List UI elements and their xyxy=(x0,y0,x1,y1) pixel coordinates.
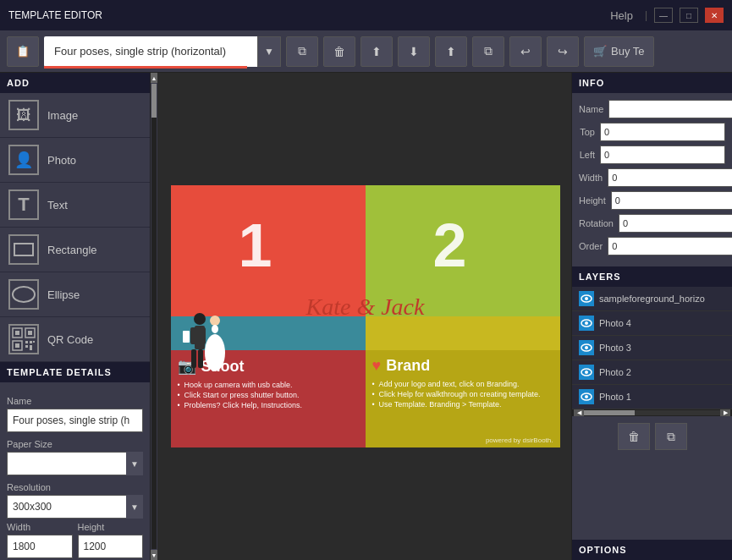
redo-button[interactable]: ↪ xyxy=(547,36,579,67)
shoot-bullet-2: Click Start or press shutter button. xyxy=(178,391,359,399)
svg-point-1 xyxy=(13,287,35,302)
title-bar: TEMPLATE EDITOR Help | — □ ✕ xyxy=(0,0,732,30)
resolution-wrapper: 300x300 ▼ xyxy=(7,495,143,519)
layer-visibility-photo4[interactable] xyxy=(579,316,594,331)
resolution-label: Resolution xyxy=(7,482,143,492)
ellipse-icon xyxy=(8,279,39,310)
layer-visibility-photo1[interactable] xyxy=(579,389,594,404)
svg-point-30 xyxy=(585,371,588,374)
right-panel: INFO Name Top Left Width Height xyxy=(571,73,732,560)
list-item[interactable]: Photo 2 xyxy=(572,360,732,385)
template-icon-button[interactable]: 📋 xyxy=(7,36,39,67)
info-rotation-label: Rotation xyxy=(579,218,619,228)
svg-rect-11 xyxy=(30,345,32,350)
add-text-button[interactable]: T Text xyxy=(0,183,150,228)
add-section-header: ADD xyxy=(0,73,150,93)
list-item[interactable]: Photo 1 xyxy=(572,385,732,409)
layer-visibility-photo2[interactable] xyxy=(579,365,594,380)
add-photo-button[interactable]: 👤 Photo xyxy=(0,138,150,183)
canvas-number-2: 2 xyxy=(433,211,467,280)
width-input[interactable] xyxy=(7,535,73,558)
close-button[interactable]: ✕ xyxy=(705,8,724,23)
info-top-input[interactable] xyxy=(600,123,725,141)
add-image-button[interactable]: 🖼 Image xyxy=(0,93,150,138)
layers-scroll-right[interactable]: ▶ xyxy=(720,409,730,416)
copy-layer-button[interactable]: ⧉ xyxy=(655,423,687,450)
maximize-button[interactable]: □ xyxy=(680,8,698,23)
svg-rect-18 xyxy=(200,327,206,344)
delete-template-button[interactable]: 🗑 xyxy=(323,36,355,67)
paper-size-select[interactable] xyxy=(7,452,143,475)
template-select[interactable]: Four poses, single strip (horizontal) xyxy=(44,36,281,67)
photo-icon: 👤 xyxy=(8,145,39,175)
svg-point-24 xyxy=(585,297,588,300)
add-text-label: Text xyxy=(47,199,68,211)
paper-size-label: Paper Size xyxy=(7,439,143,449)
help-button[interactable]: Help xyxy=(605,8,638,24)
info-top-row: Top xyxy=(579,123,725,141)
layers-scrollbar[interactable]: ◀ ▶ xyxy=(572,409,732,416)
info-width-row: Width xyxy=(579,168,725,187)
list-item[interactable]: Photo 4 xyxy=(572,311,732,336)
info-width-input[interactable] xyxy=(608,168,732,187)
heart-icon: ♥ xyxy=(372,357,382,375)
svg-point-32 xyxy=(585,395,588,398)
undo-button[interactable]: ↩ xyxy=(509,36,542,67)
template-details-section: Name Paper Size ▼ Resolution 300x300 ▼ W… xyxy=(0,382,150,560)
scroll-thumb xyxy=(151,84,157,118)
canvas-kate-jack: Kate & Jack xyxy=(222,294,509,321)
info-rotation-input[interactable] xyxy=(619,214,732,233)
svg-rect-15 xyxy=(191,349,196,368)
name-field[interactable] xyxy=(7,409,143,432)
toolbar: 📋 Four poses, single strip (horizontal) … xyxy=(0,30,732,73)
bride-groom-figure xyxy=(183,310,234,387)
resolution-select[interactable]: 300x300 xyxy=(7,495,143,519)
layers-list: sampleforeground_horizo Photo 4 Photo 3 xyxy=(572,287,732,409)
add-qrcode-label: QR Code xyxy=(47,333,93,346)
svg-point-26 xyxy=(585,321,588,325)
add-image-label: Image xyxy=(47,109,78,122)
list-item[interactable]: sampleforeground_horizo xyxy=(572,287,732,311)
layers-section: sampleforeground_horizo Photo 4 Photo 3 xyxy=(572,287,732,540)
info-order-input[interactable] xyxy=(608,237,732,255)
layers-scroll-left[interactable]: ◀ xyxy=(574,409,584,416)
canvas-area: ▲ ▼ 1 2 Kate & Jack xyxy=(151,73,571,560)
scroll-track xyxy=(151,84,157,549)
width-col: Width xyxy=(7,522,73,558)
add-qrcode-button[interactable]: QR Code xyxy=(0,317,150,362)
delete-layer-button[interactable]: 🗑 xyxy=(618,423,650,450)
info-name-input[interactable] xyxy=(608,100,732,118)
add-photo-label: Photo xyxy=(47,154,76,167)
layer-visibility-photo3[interactable] xyxy=(579,340,594,355)
vertical-scrollbar[interactable]: ▲ ▼ xyxy=(151,73,157,560)
import-button[interactable]: ⬆ xyxy=(360,36,393,67)
add-rectangle-button[interactable]: Rectangle xyxy=(0,228,150,272)
minimize-button[interactable]: — xyxy=(654,8,673,23)
buy-button[interactable]: 🛒 Buy Te xyxy=(584,36,654,67)
list-item[interactable]: Photo 3 xyxy=(572,336,732,360)
svg-rect-5 xyxy=(28,331,32,335)
scroll-up-btn[interactable]: ▲ xyxy=(151,73,157,83)
info-left-input[interactable] xyxy=(600,145,725,164)
layer-visibility-sampleforeground[interactable] xyxy=(579,291,594,306)
height-input[interactable] xyxy=(78,535,144,558)
svg-point-19 xyxy=(210,316,220,326)
svg-rect-12 xyxy=(33,341,35,343)
add-ellipse-button[interactable]: Ellipse xyxy=(0,272,150,317)
upload-button[interactable]: ⬆ xyxy=(435,36,467,67)
wh-row: Width Height xyxy=(7,522,143,558)
add-ellipse-label: Ellipse xyxy=(47,288,80,301)
svg-point-21 xyxy=(205,334,225,371)
info-section-header: INFO xyxy=(572,73,732,93)
download-button[interactable]: ⬇ xyxy=(398,36,430,67)
scroll-down-btn[interactable]: ▼ xyxy=(151,550,157,560)
toolbar-progress-bar xyxy=(44,66,247,69)
info-name-row: Name xyxy=(579,100,725,118)
copy-template-button[interactable]: ⧉ xyxy=(286,36,318,67)
layers-scrollbar-thumb xyxy=(584,410,635,415)
svg-rect-17 xyxy=(190,327,196,344)
add-rectangle-label: Rectangle xyxy=(47,244,97,256)
info-height-input[interactable] xyxy=(611,191,732,210)
duplicate-button[interactable]: ⧉ xyxy=(472,36,504,67)
svg-rect-9 xyxy=(30,341,32,343)
